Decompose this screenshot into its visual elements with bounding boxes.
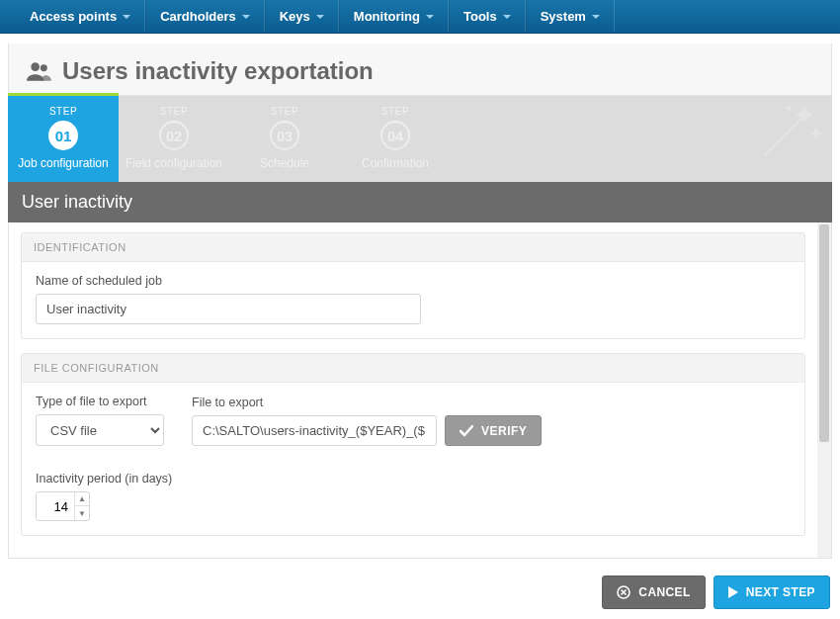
step-word: STEP [346, 106, 445, 117]
chevron-down-icon [592, 15, 600, 19]
verify-button[interactable]: VERIFY [445, 415, 542, 446]
scroll-thumb[interactable] [819, 224, 829, 442]
step-field-configuration[interactable]: STEP 02 Field configuration [119, 96, 229, 182]
nav-access-points[interactable]: Access points [16, 0, 145, 33]
step-number: 04 [380, 121, 410, 150]
step-job-configuration[interactable]: STEP 01 Job configuration [8, 96, 119, 182]
inactivity-input[interactable] [37, 492, 74, 520]
content-area: IDENTIFICATION Name of scheduled job FIL… [8, 222, 832, 559]
nav-label: Access points [30, 9, 117, 24]
nav-system[interactable]: System [526, 0, 615, 33]
step-name: Field configuration [125, 156, 223, 170]
wizard-steps: STEP 01 Job configuration STEP 02 Field … [8, 96, 832, 182]
svg-point-1 [41, 64, 47, 71]
nav-label: Tools [463, 9, 497, 24]
section-title: User inactivity [8, 182, 832, 222]
step-number: 01 [48, 121, 78, 150]
next-step-button[interactable]: NEXT STEP [714, 575, 830, 609]
close-circle-icon [617, 585, 630, 599]
stepper-down-icon[interactable]: ▼ [75, 506, 89, 520]
nav-tools[interactable]: Tools [449, 0, 526, 33]
chevron-down-icon [426, 15, 434, 19]
step-word: STEP [125, 106, 223, 117]
step-name: Schedule [235, 156, 334, 170]
nav-monitoring[interactable]: Monitoring [339, 0, 449, 33]
step-number: 03 [270, 121, 299, 150]
page-title-bar: Users inactivity exportation [8, 44, 832, 96]
top-nav: Access points Cardholders Keys Monitorin… [0, 0, 840, 34]
inactivity-stepper[interactable]: ▲ ▼ [36, 491, 90, 521]
footer-actions: CANCEL NEXT STEP [602, 575, 830, 609]
step-number: 02 [159, 121, 189, 150]
verify-label: VERIFY [481, 424, 527, 438]
type-label: Type of file to export [36, 395, 164, 408]
cancel-button[interactable]: CANCEL [602, 575, 705, 609]
check-icon [460, 425, 473, 437]
job-name-input[interactable] [36, 294, 421, 324]
file-path-input[interactable] [192, 415, 437, 446]
file-config-panel: FILE CONFIGURATION Type of file to expor… [21, 353, 805, 536]
chevron-down-icon [503, 15, 511, 19]
name-label: Name of scheduled job [36, 274, 791, 288]
step-word: STEP [235, 106, 334, 117]
next-label: NEXT STEP [746, 585, 815, 599]
svg-line-2 [765, 114, 806, 155]
file-config-heading: FILE CONFIGURATION [22, 354, 804, 383]
step-schedule[interactable]: STEP 03 Schedule [229, 96, 340, 182]
nav-cardholders[interactable]: Cardholders [145, 0, 265, 33]
identification-heading: IDENTIFICATION [22, 233, 804, 262]
file-label: File to export [192, 396, 542, 409]
step-name: Job configuration [14, 156, 113, 170]
step-word: STEP [14, 106, 113, 117]
step-confirmation[interactable]: STEP 04 Confirmation [340, 96, 451, 182]
wand-icon [755, 102, 824, 168]
stepper-up-icon[interactable]: ▲ [75, 492, 89, 506]
step-name: Confirmation [346, 156, 445, 170]
nav-keys[interactable]: Keys [265, 0, 339, 33]
file-type-select[interactable]: CSV file [36, 414, 164, 446]
users-icon [27, 61, 52, 81]
inactivity-label: Inactivity period (in days) [36, 472, 791, 486]
vertical-scrollbar[interactable] [817, 222, 831, 558]
nav-label: Keys [280, 9, 310, 24]
nav-label: Monitoring [354, 9, 420, 24]
nav-label: System [541, 9, 586, 24]
svg-marker-6 [728, 586, 738, 598]
chevron-down-icon [242, 15, 250, 19]
svg-point-0 [31, 62, 40, 71]
identification-panel: IDENTIFICATION Name of scheduled job [21, 232, 805, 339]
page-title: Users inactivity exportation [62, 57, 374, 85]
chevron-down-icon [316, 15, 324, 19]
nav-label: Cardholders [160, 9, 236, 24]
cancel-label: CANCEL [638, 585, 690, 599]
chevron-right-icon [728, 586, 738, 598]
chevron-down-icon [123, 15, 130, 19]
